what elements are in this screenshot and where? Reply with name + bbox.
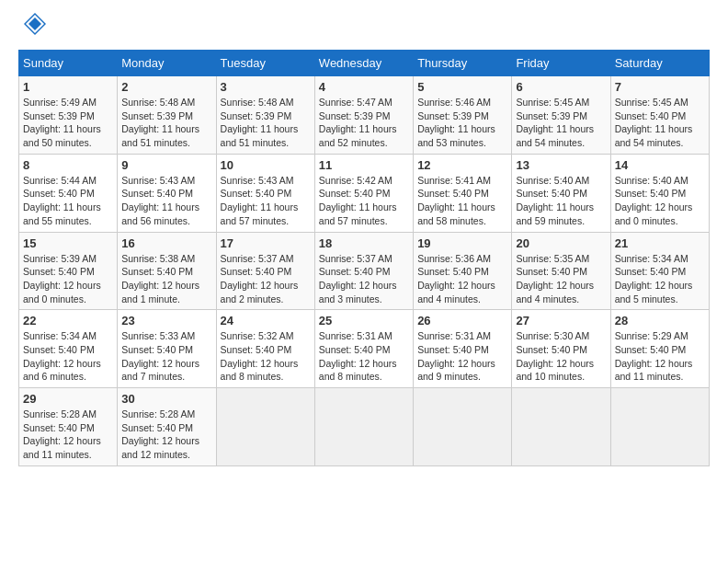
day-number: 3 (221, 80, 311, 94)
day-info: Sunrise: 5:28 AMSunset: 5:40 PMDaylight:… (23, 408, 113, 462)
day-number: 25 (319, 314, 409, 327)
calendar-cell (216, 388, 314, 466)
calendar-cell: 22Sunrise: 5:34 AMSunset: 5:40 PMDayligh… (19, 310, 118, 388)
day-number: 21 (615, 236, 705, 250)
day-number: 10 (221, 158, 311, 172)
day-number: 20 (516, 236, 606, 250)
calendar-cell: 12Sunrise: 5:41 AMSunset: 5:40 PMDayligh… (414, 154, 512, 232)
weekday-header-friday: Friday (512, 51, 610, 76)
day-info: Sunrise: 5:44 AMSunset: 5:40 PMDaylight:… (23, 174, 113, 228)
day-number: 28 (615, 314, 705, 327)
calendar-cell: 30Sunrise: 5:28 AMSunset: 5:40 PMDayligh… (118, 388, 216, 466)
calendar-cell: 19Sunrise: 5:36 AMSunset: 5:40 PMDayligh… (414, 232, 512, 310)
day-number: 27 (516, 314, 606, 327)
day-info: Sunrise: 5:40 AMSunset: 5:40 PMDaylight:… (516, 174, 606, 228)
day-number: 22 (23, 314, 113, 327)
weekday-header-monday: Monday (118, 51, 216, 76)
weekday-header-sunday: Sunday (19, 51, 118, 76)
day-number: 26 (417, 314, 507, 327)
day-number: 12 (417, 158, 507, 172)
day-number: 29 (23, 392, 113, 406)
calendar-week-row: 15Sunrise: 5:39 AMSunset: 5:40 PMDayligh… (19, 232, 710, 310)
calendar-week-row: 29Sunrise: 5:28 AMSunset: 5:40 PMDayligh… (19, 388, 710, 466)
calendar-cell: 21Sunrise: 5:34 AMSunset: 5:40 PMDayligh… (610, 232, 709, 310)
calendar-cell (314, 388, 413, 466)
logo-flag-icon (22, 11, 48, 40)
calendar-week-row: 22Sunrise: 5:34 AMSunset: 5:40 PMDayligh… (19, 310, 710, 388)
day-number: 8 (23, 158, 113, 172)
calendar-cell (610, 388, 709, 466)
day-number: 17 (221, 236, 311, 250)
day-info: Sunrise: 5:45 AMSunset: 5:40 PMDaylight:… (615, 96, 705, 150)
day-info: Sunrise: 5:41 AMSunset: 5:40 PMDaylight:… (417, 174, 507, 228)
calendar-cell: 2Sunrise: 5:48 AMSunset: 5:39 PMDaylight… (118, 76, 216, 155)
weekday-header-wednesday: Wednesday (314, 51, 413, 76)
calendar-cell: 14Sunrise: 5:40 AMSunset: 5:40 PMDayligh… (610, 154, 709, 232)
weekday-header-tuesday: Tuesday (216, 51, 314, 76)
day-number: 15 (23, 236, 113, 250)
calendar-cell: 20Sunrise: 5:35 AMSunset: 5:40 PMDayligh… (512, 232, 610, 310)
calendar-cell (414, 388, 512, 466)
calendar-cell: 16Sunrise: 5:38 AMSunset: 5:40 PMDayligh… (118, 232, 216, 310)
day-info: Sunrise: 5:37 AMSunset: 5:40 PMDaylight:… (319, 252, 409, 306)
day-number: 1 (23, 80, 113, 94)
day-info: Sunrise: 5:32 AMSunset: 5:40 PMDaylight:… (221, 329, 311, 384)
day-number: 2 (121, 80, 211, 94)
day-info: Sunrise: 5:43 AMSunset: 5:40 PMDaylight:… (221, 174, 311, 228)
weekday-header-saturday: Saturday (610, 51, 709, 76)
day-info: Sunrise: 5:40 AMSunset: 5:40 PMDaylight:… (615, 174, 705, 228)
day-number: 18 (319, 236, 409, 250)
calendar-cell: 4Sunrise: 5:47 AMSunset: 5:39 PMDaylight… (314, 76, 413, 155)
calendar-cell: 29Sunrise: 5:28 AMSunset: 5:40 PMDayligh… (19, 388, 118, 466)
calendar-cell: 26Sunrise: 5:31 AMSunset: 5:40 PMDayligh… (414, 310, 512, 388)
calendar-cell: 28Sunrise: 5:29 AMSunset: 5:40 PMDayligh… (610, 310, 709, 388)
calendar-cell: 18Sunrise: 5:37 AMSunset: 5:40 PMDayligh… (314, 232, 413, 310)
day-info: Sunrise: 5:46 AMSunset: 5:39 PMDaylight:… (417, 96, 507, 150)
calendar-cell: 10Sunrise: 5:43 AMSunset: 5:40 PMDayligh… (216, 154, 314, 232)
calendar-cell: 1Sunrise: 5:49 AMSunset: 5:39 PMDaylight… (19, 76, 118, 155)
calendar-cell: 27Sunrise: 5:30 AMSunset: 5:40 PMDayligh… (512, 310, 610, 388)
day-number: 30 (121, 392, 211, 406)
day-number: 9 (121, 158, 211, 172)
day-info: Sunrise: 5:28 AMSunset: 5:40 PMDaylight:… (121, 408, 211, 462)
day-info: Sunrise: 5:39 AMSunset: 5:40 PMDaylight:… (23, 252, 113, 306)
day-info: Sunrise: 5:34 AMSunset: 5:40 PMDaylight:… (615, 252, 705, 306)
page-header (18, 18, 710, 40)
calendar-header: SundayMondayTuesdayWednesdayThursdayFrid… (19, 51, 710, 76)
day-info: Sunrise: 5:31 AMSunset: 5:40 PMDaylight:… (319, 329, 409, 384)
day-info: Sunrise: 5:48 AMSunset: 5:39 PMDaylight:… (221, 96, 311, 150)
day-info: Sunrise: 5:35 AMSunset: 5:40 PMDaylight:… (516, 252, 606, 306)
day-number: 19 (417, 236, 507, 250)
day-info: Sunrise: 5:38 AMSunset: 5:40 PMDaylight:… (121, 252, 211, 306)
day-info: Sunrise: 5:49 AMSunset: 5:39 PMDaylight:… (23, 96, 113, 150)
day-number: 5 (417, 80, 507, 94)
day-info: Sunrise: 5:34 AMSunset: 5:40 PMDaylight:… (23, 329, 113, 384)
calendar-cell: 23Sunrise: 5:33 AMSunset: 5:40 PMDayligh… (118, 310, 216, 388)
day-number: 11 (319, 158, 409, 172)
calendar-week-row: 8Sunrise: 5:44 AMSunset: 5:40 PMDaylight… (19, 154, 710, 232)
day-info: Sunrise: 5:36 AMSunset: 5:40 PMDaylight:… (417, 252, 507, 306)
day-number: 6 (516, 80, 606, 94)
calendar-cell: 7Sunrise: 5:45 AMSunset: 5:40 PMDaylight… (610, 76, 709, 155)
calendar-cell: 6Sunrise: 5:45 AMSunset: 5:39 PMDaylight… (512, 76, 610, 155)
day-number: 23 (121, 314, 211, 327)
calendar-cell: 11Sunrise: 5:42 AMSunset: 5:40 PMDayligh… (314, 154, 413, 232)
calendar-cell: 3Sunrise: 5:48 AMSunset: 5:39 PMDaylight… (216, 76, 314, 155)
calendar-cell: 8Sunrise: 5:44 AMSunset: 5:40 PMDaylight… (19, 154, 118, 232)
calendar-table: SundayMondayTuesdayWednesdayThursdayFrid… (18, 50, 710, 466)
weekday-header-row: SundayMondayTuesdayWednesdayThursdayFrid… (19, 51, 710, 76)
day-number: 7 (615, 80, 705, 94)
calendar-cell: 17Sunrise: 5:37 AMSunset: 5:40 PMDayligh… (216, 232, 314, 310)
day-info: Sunrise: 5:47 AMSunset: 5:39 PMDaylight:… (319, 96, 409, 150)
calendar-cell: 15Sunrise: 5:39 AMSunset: 5:40 PMDayligh… (19, 232, 118, 310)
weekday-header-thursday: Thursday (414, 51, 512, 76)
day-info: Sunrise: 5:29 AMSunset: 5:40 PMDaylight:… (615, 329, 705, 384)
day-info: Sunrise: 5:31 AMSunset: 5:40 PMDaylight:… (417, 329, 507, 384)
day-number: 4 (319, 80, 409, 94)
day-number: 16 (121, 236, 211, 250)
day-number: 14 (615, 158, 705, 172)
day-info: Sunrise: 5:33 AMSunset: 5:40 PMDaylight:… (121, 329, 211, 384)
day-info: Sunrise: 5:42 AMSunset: 5:40 PMDaylight:… (319, 174, 409, 228)
calendar-cell (512, 388, 610, 466)
day-number: 24 (221, 314, 311, 327)
